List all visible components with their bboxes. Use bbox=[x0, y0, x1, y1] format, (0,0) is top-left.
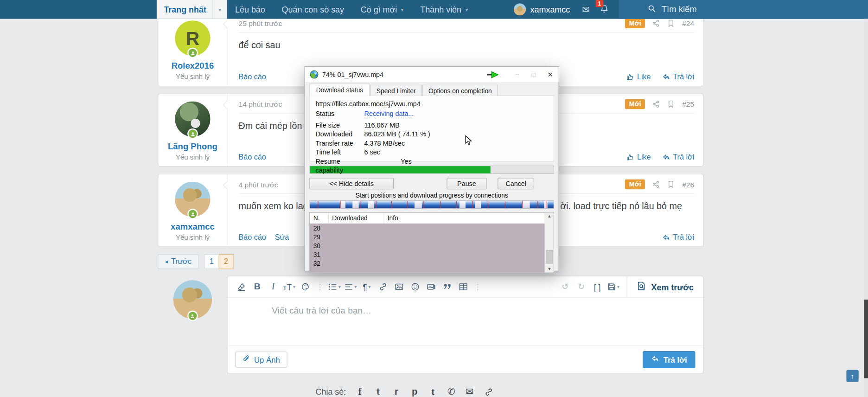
twitter-share-icon[interactable]: t bbox=[374, 386, 382, 397]
submit-reply-button[interactable]: Trả lời bbox=[643, 351, 696, 368]
scroll-to-top-button[interactable]: ↑ bbox=[846, 370, 858, 382]
italic-icon[interactable]: I bbox=[265, 280, 281, 294]
connection-row[interactable]: 28 bbox=[310, 224, 545, 232]
link-icon[interactable] bbox=[375, 280, 391, 294]
cancel-button[interactable]: Cancel bbox=[498, 178, 534, 189]
search-button[interactable]: Tìm kiếm bbox=[619, 0, 868, 19]
image-icon[interactable] bbox=[391, 280, 407, 294]
post-timestamp[interactable]: 4 phút trước bbox=[239, 180, 278, 189]
bookmark-icon[interactable] bbox=[667, 180, 675, 188]
share-post-icon[interactable] bbox=[652, 180, 660, 188]
connection-row[interactable]: 30 bbox=[310, 242, 545, 250]
reply-textarea[interactable]: Viết câu trả lời của bạn… bbox=[228, 298, 703, 346]
list-icon[interactable]: ▾ bbox=[326, 280, 343, 294]
status-value[interactable]: Receiving data... bbox=[364, 109, 414, 118]
text-color-icon[interactable] bbox=[297, 280, 313, 294]
connection-row[interactable]: 32 bbox=[310, 259, 545, 268]
avatar[interactable] bbox=[175, 182, 210, 217]
smiley-icon[interactable] bbox=[407, 280, 423, 294]
nav-item[interactable]: Trang nhất▾ bbox=[157, 0, 227, 19]
grid-col-downloaded[interactable]: Downloaded bbox=[329, 212, 384, 223]
gallery-icon[interactable] bbox=[423, 280, 439, 294]
pause-button[interactable]: Pause bbox=[447, 178, 486, 189]
connection-row[interactable]: 31 bbox=[310, 250, 545, 259]
nav-tab-caret-section[interactable]: ▾ bbox=[212, 0, 227, 19]
bold-icon[interactable]: B bbox=[249, 280, 265, 294]
nav-user-menu[interactable]: xamxamcc bbox=[514, 3, 570, 15]
grid-col-info[interactable]: Info bbox=[384, 212, 554, 223]
grid-col-n[interactable]: N. bbox=[310, 212, 329, 223]
grid-scroll-thumb[interactable] bbox=[546, 250, 553, 264]
bookmark-icon[interactable] bbox=[667, 100, 675, 108]
current-user-avatar[interactable] bbox=[173, 280, 212, 319]
upload-image-button[interactable]: Up Ảnh bbox=[235, 352, 287, 368]
remove-format-icon[interactable] bbox=[233, 280, 249, 294]
like-button[interactable]: Like bbox=[626, 153, 651, 161]
post-timestamp[interactable]: 14 phút trước bbox=[239, 100, 282, 108]
reply-button[interactable]: Trả lời bbox=[662, 233, 694, 242]
post-number-link[interactable]: #25 bbox=[682, 100, 694, 108]
redo-icon[interactable]: ↻ bbox=[573, 280, 589, 294]
close-button[interactable]: ✕ bbox=[542, 67, 559, 82]
connection-row[interactable]: 29 bbox=[310, 232, 545, 241]
share-post-icon[interactable] bbox=[652, 19, 660, 27]
font-size-icon[interactable]: ᴛT▾ bbox=[281, 280, 297, 294]
nav-item[interactable]: Có gì mới▾ bbox=[352, 0, 412, 19]
page-number-1[interactable]: 1 bbox=[204, 254, 219, 269]
reply-button[interactable]: Trả lời bbox=[662, 72, 694, 81]
maximize-button[interactable]: □ bbox=[525, 67, 542, 82]
report-link[interactable]: Báo cáo bbox=[239, 233, 266, 242]
prev-page-button[interactable]: ◂ Trước bbox=[158, 254, 198, 269]
link-share-icon[interactable] bbox=[484, 387, 493, 396]
scroll-down-icon[interactable]: ▼ bbox=[547, 266, 551, 271]
post-author-link[interactable]: xamxamcc bbox=[171, 222, 215, 232]
report-link[interactable]: Báo cáo bbox=[239, 72, 266, 81]
post-author-link[interactable]: Rolex2016 bbox=[172, 61, 214, 70]
idm-tab-download-status[interactable]: Download status bbox=[309, 83, 370, 96]
preview-button[interactable]: Xem trước bbox=[627, 276, 703, 297]
paragraph-icon[interactable]: ¶▾ bbox=[359, 280, 375, 294]
avatar[interactable]: R bbox=[175, 20, 210, 56]
nav-item[interactable]: Quán con sò say bbox=[274, 0, 352, 19]
post-number-link[interactable]: #24 bbox=[682, 19, 694, 27]
connection-segment bbox=[368, 201, 374, 208]
report-link[interactable]: Báo cáo bbox=[239, 153, 266, 161]
action-label: Trả lời bbox=[673, 153, 694, 161]
tumblr-share-icon[interactable]: t bbox=[429, 386, 437, 397]
scroll-up-icon[interactable]: ▲ bbox=[547, 214, 551, 219]
idm-tab-options-on-completion[interactable]: Options on completion bbox=[422, 85, 498, 96]
post-timestamp[interactable]: 25 phút trước bbox=[239, 19, 282, 27]
pinterest-share-icon[interactable]: p bbox=[411, 386, 419, 397]
alerts-button[interactable]: 1 bbox=[600, 4, 609, 15]
online-badge-icon bbox=[189, 210, 197, 218]
toolbar-left-group: BIᴛT▾⋮▾▾¶▾⋮ bbox=[233, 280, 485, 294]
post-author-link[interactable]: Lãng Phong bbox=[168, 142, 217, 152]
minimize-button[interactable]: − bbox=[509, 67, 525, 82]
inbox-button[interactable]: ✉ bbox=[582, 4, 589, 15]
align-icon[interactable]: ▾ bbox=[343, 280, 359, 294]
idm-tab-speed-limiter[interactable]: Speed Limiter bbox=[370, 85, 422, 96]
share-post-icon[interactable] bbox=[652, 100, 660, 108]
like-button[interactable]: Like bbox=[626, 72, 651, 81]
whatsapp-share-icon[interactable]: ✆ bbox=[447, 386, 455, 397]
nav-item[interactable]: Thành viên▾ bbox=[412, 0, 477, 19]
email-share-icon[interactable]: ✉ bbox=[466, 386, 473, 397]
post-number-link[interactable]: #26 bbox=[682, 180, 694, 189]
avatar[interactable] bbox=[175, 101, 210, 136]
idm-titlebar[interactable]: 74% 01_sj7vwu.mp4 −□✕ bbox=[305, 67, 559, 82]
edit-link[interactable]: Sửa bbox=[275, 233, 289, 242]
quote-icon[interactable] bbox=[439, 280, 455, 294]
page-number-2[interactable]: 2 bbox=[218, 254, 233, 269]
reddit-share-icon[interactable]: r bbox=[392, 386, 400, 397]
reply-button[interactable]: Trả lời bbox=[662, 153, 694, 161]
hide-details-button[interactable]: << Hide details bbox=[309, 178, 393, 189]
bbcode-icon[interactable]: [ ] bbox=[589, 280, 606, 294]
save-draft-icon[interactable]: ▾ bbox=[605, 280, 621, 294]
nav-item-label: Thành viên bbox=[420, 5, 461, 14]
undo-icon[interactable]: ↺ bbox=[557, 280, 574, 294]
facebook-share-icon[interactable]: f bbox=[356, 386, 364, 397]
nav-item[interactable]: Lều báo bbox=[227, 0, 274, 19]
bookmark-icon[interactable] bbox=[667, 19, 675, 27]
table-icon[interactable] bbox=[455, 280, 471, 294]
page-scrollbar-thumb[interactable] bbox=[864, 300, 868, 378]
